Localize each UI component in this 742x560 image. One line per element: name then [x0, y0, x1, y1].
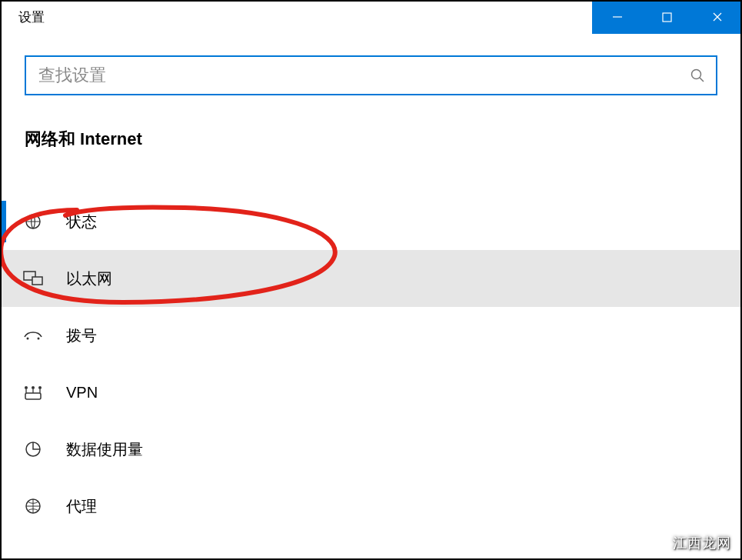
search-box[interactable] [25, 55, 717, 95]
settings-window: 设置 [0, 0, 742, 560]
svg-point-10 [38, 338, 40, 340]
nav-list: 状态 以太网 拨号 [25, 193, 717, 535]
nav-item-proxy[interactable]: 代理 [0, 478, 742, 535]
maximize-icon [662, 12, 672, 22]
svg-point-12 [32, 386, 35, 389]
close-icon [712, 12, 723, 22]
nav-item-label: 状态 [66, 212, 97, 232]
status-icon [22, 212, 45, 231]
proxy-icon [22, 497, 45, 515]
nav-item-data-usage[interactable]: 数据使用量 [0, 421, 742, 478]
svg-line-5 [700, 78, 704, 82]
watermark: 江西龙网 [673, 534, 731, 552]
data-icon [22, 440, 45, 458]
window-controls [592, 0, 742, 34]
svg-rect-1 [663, 13, 671, 22]
svg-point-11 [25, 386, 28, 389]
svg-rect-8 [32, 277, 42, 285]
content-area: 网络和 Internet 状态 以太网 [0, 34, 742, 535]
nav-item-status[interactable]: 状态 [0, 193, 742, 250]
vpn-icon [22, 384, 45, 401]
svg-point-4 [692, 70, 701, 79]
minimize-button[interactable] [592, 0, 642, 34]
nav-item-ethernet[interactable]: 以太网 [0, 250, 742, 307]
nav-item-label: 代理 [66, 496, 97, 517]
nav-item-vpn[interactable]: VPN [0, 364, 742, 421]
ethernet-icon [22, 269, 45, 288]
maximize-button[interactable] [642, 0, 692, 34]
search-input[interactable] [37, 57, 690, 94]
svg-point-13 [38, 386, 42, 389]
nav-item-label: 拨号 [66, 325, 97, 346]
close-button[interactable] [692, 0, 742, 34]
titlebar: 设置 [0, 0, 742, 34]
window-title: 设置 [0, 8, 45, 26]
nav-item-label: 以太网 [66, 268, 112, 289]
nav-item-label: VPN [66, 384, 98, 402]
svg-rect-14 [25, 393, 41, 399]
category-title: 网络和 Internet [25, 128, 717, 151]
minimize-icon [612, 12, 623, 22]
search-icon [690, 68, 705, 83]
dialup-icon [22, 328, 45, 343]
svg-point-9 [27, 338, 29, 340]
nav-item-label: 数据使用量 [66, 439, 143, 460]
nav-item-dialup[interactable]: 拨号 [0, 307, 742, 364]
